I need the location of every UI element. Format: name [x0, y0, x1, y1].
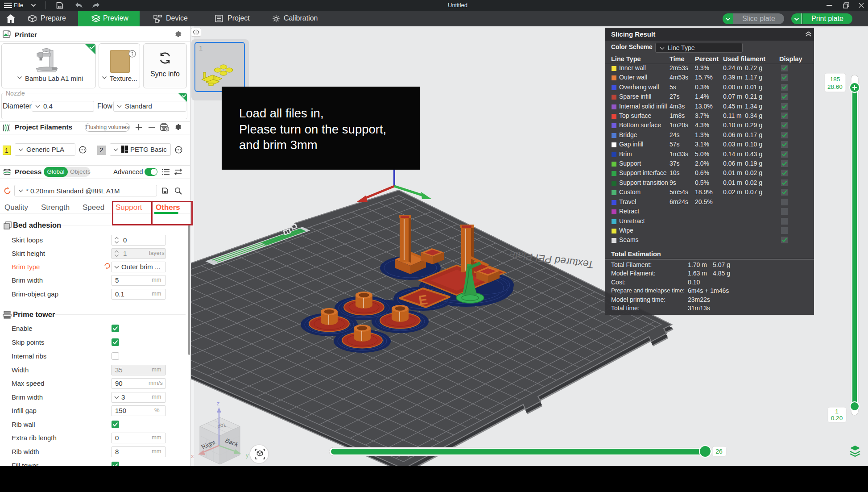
svg-text:z: z	[217, 400, 220, 407]
svg-text:185: 185	[830, 76, 840, 83]
svg-text:x: x	[191, 453, 194, 459]
svg-text:26: 26	[715, 448, 723, 455]
svg-text:28.60: 28.60	[827, 83, 843, 90]
svg-text:0.20: 0.20	[831, 415, 843, 421]
svg-text:y: y	[246, 452, 249, 459]
svg-text:1: 1	[835, 408, 839, 415]
